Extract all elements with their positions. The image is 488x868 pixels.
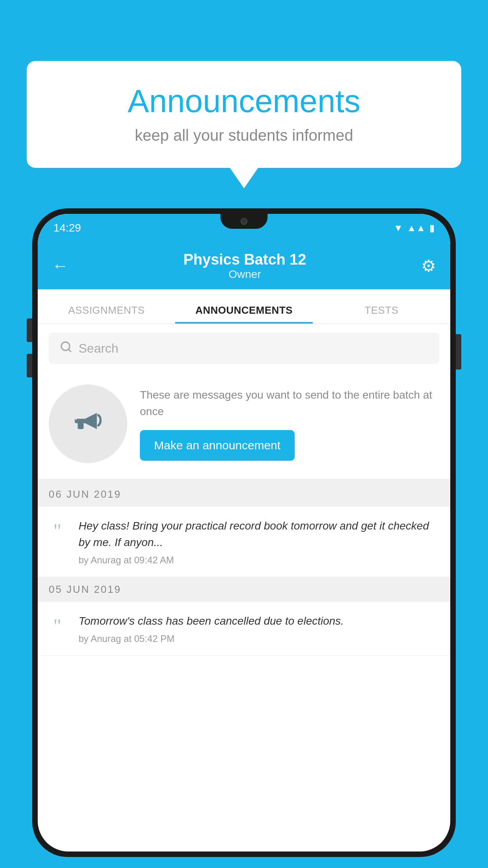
header-title: Physics Batch 12	[183, 251, 306, 268]
tab-announcements[interactable]: ANNOUNCEMENTS	[175, 304, 313, 324]
announcement-text-2: Tomorrow's class has been cancelled due …	[79, 613, 439, 629]
phone-container: 14:29 ▼ ▲▲ ▮ ← Physics Batch 12 Owner ⚙	[32, 208, 456, 868]
back-button[interactable]: ←	[52, 256, 68, 275]
speech-bubble-subtitle: keep all your students informed	[50, 127, 438, 144]
speech-bubble-title: Announcements	[50, 83, 438, 120]
app-header: ← Physics Batch 12 Owner ⚙	[38, 242, 450, 289]
battery-icon: ▮	[429, 223, 435, 234]
tab-bar: ASSIGNMENTS ANNOUNCEMENTS TESTS	[38, 289, 450, 324]
front-camera	[240, 218, 248, 225]
speech-bubble-container: Announcements keep all your students inf…	[27, 61, 461, 168]
search-container: Search	[38, 324, 450, 373]
announcement-text-1: Hey class! Bring your practical record b…	[79, 518, 439, 551]
make-announcement-button[interactable]: Make an announcement	[140, 430, 295, 461]
volume-up-button	[27, 318, 32, 342]
status-time: 14:29	[53, 222, 81, 234]
settings-button[interactable]: ⚙	[421, 256, 436, 276]
power-button	[456, 334, 461, 370]
tab-assignments[interactable]: ASSIGNMENTS	[38, 304, 175, 324]
date-separator-2: 05 JUN 2019	[38, 577, 450, 602]
header-subtitle: Owner	[183, 268, 306, 281]
phone-outer: 14:29 ▼ ▲▲ ▮ ← Physics Batch 12 Owner ⚙	[32, 208, 456, 857]
tab-tests[interactable]: TESTS	[313, 304, 450, 324]
promo-description: These are messages you want to send to t…	[140, 387, 439, 420]
search-placeholder: Search	[79, 341, 118, 356]
promo-section: These are messages you want to send to t…	[38, 373, 450, 482]
announcement-content-1: Hey class! Bring your practical record b…	[79, 518, 439, 566]
volume-down-button	[27, 354, 32, 377]
announcement-content-2: Tomorrow's class has been cancelled due …	[79, 613, 439, 644]
status-bar: 14:29 ▼ ▲▲ ▮	[38, 214, 450, 242]
search-icon	[60, 340, 72, 356]
phone-inner: 14:29 ▼ ▲▲ ▮ ← Physics Batch 12 Owner ⚙	[38, 214, 450, 851]
quote-icon-2: "	[46, 616, 69, 636]
announcement-meta-1: by Anurag at 09:42 AM	[79, 555, 439, 566]
status-icons: ▼ ▲▲ ▮	[394, 223, 435, 234]
date-separator-1: 06 JUN 2019	[38, 482, 450, 507]
promo-right: These are messages you want to send to t…	[140, 387, 439, 461]
header-center: Physics Batch 12 Owner	[183, 251, 306, 281]
announcement-item-1[interactable]: " Hey class! Bring your practical record…	[38, 507, 450, 577]
announcement-meta-2: by Anurag at 05:42 PM	[79, 633, 439, 644]
promo-icon-circle	[49, 384, 127, 463]
signal-icon: ▲▲	[407, 223, 426, 234]
wifi-icon: ▼	[394, 223, 403, 234]
announcement-item-2[interactable]: " Tomorrow's class has been cancelled du…	[38, 602, 450, 656]
speech-bubble: Announcements keep all your students inf…	[27, 61, 461, 168]
notch	[220, 214, 268, 229]
quote-icon-1: "	[46, 521, 69, 541]
megaphone-icon	[70, 403, 106, 445]
svg-line-1	[68, 349, 71, 351]
search-bar[interactable]: Search	[49, 333, 439, 364]
